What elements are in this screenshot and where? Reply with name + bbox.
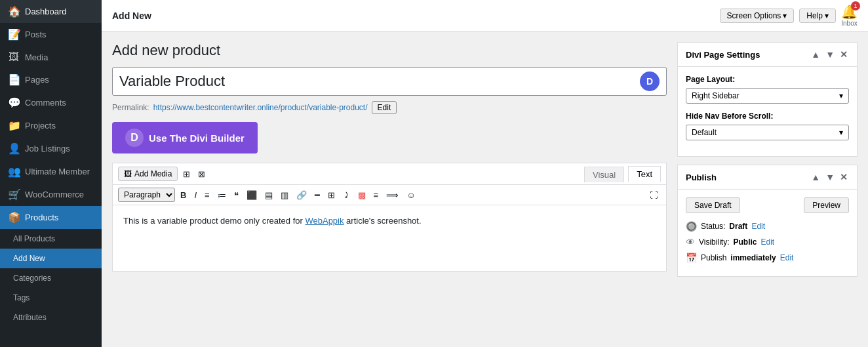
status-value: Draft <box>729 222 747 231</box>
sidebar-item-projects[interactable]: 📁 Projects <box>0 114 102 137</box>
sidebar-item-attributes[interactable]: Attributes <box>0 308 102 327</box>
hide-nav-field: Hide Nav Before Scroll: Default ▾ <box>686 112 849 140</box>
divi-builder-button[interactable]: D Use The Divi Builder <box>112 122 258 153</box>
divi-settings-body: Page Layout: Right Sidebar ▾ Hide Nav Be… <box>678 67 857 156</box>
publish-actions: Save Draft Preview <box>686 197 849 213</box>
horizontal-rule-button[interactable]: ━ <box>312 189 323 201</box>
close-publish-button[interactable]: ✕ <box>838 171 849 184</box>
sidebar-item-comments[interactable]: 💬 Comments <box>0 91 102 114</box>
sidebar-item-dashboard[interactable]: 🏠 Dashboard <box>0 0 102 23</box>
save-draft-button[interactable]: Save Draft <box>686 197 740 213</box>
products-icon: 📦 <box>8 211 20 224</box>
screen-options-button[interactable]: Screen Options ▾ <box>720 9 795 23</box>
add-media-label: Add Media <box>134 169 172 178</box>
permalink-url[interactable]: https://www.bestcontentwriter.online/pro… <box>153 103 368 112</box>
status-edit-link[interactable]: Edit <box>751 222 765 231</box>
sidebar-item-posts[interactable]: 📝 Posts <box>0 23 102 46</box>
sidebar-item-add-new[interactable]: Add New <box>0 249 102 268</box>
topbar: Add New Screen Options ▾ Help ▾ 🔔 1 Inbo… <box>102 0 868 31</box>
toggle-distraction-free-button[interactable]: ⊠ <box>195 168 208 180</box>
topbar-title: Add New <box>112 10 151 21</box>
indent-button[interactable]: ⟹ <box>384 189 401 201</box>
product-title-input[interactable] <box>119 73 640 90</box>
close-divi-settings-button[interactable]: ✕ <box>838 48 849 61</box>
align-left-button[interactable]: ⬛ <box>244 189 260 201</box>
sidebar-item-ultimate-member[interactable]: 👥 Ultimate Member <box>0 160 102 183</box>
ordered-list-button[interactable]: ≔ <box>215 189 229 201</box>
sidebar-item-pages[interactable]: 📄 Pages <box>0 68 102 91</box>
content-area: Add new product D Permalink: https://www… <box>102 31 868 347</box>
blockquote-button[interactable]: ❝ <box>231 189 241 201</box>
link-button[interactable]: 🔗 <box>294 189 309 201</box>
sidebar-item-tags[interactable]: Tags <box>0 288 102 308</box>
divi-page-settings-box: Divi Page Settings ▲ ▼ ✕ Page Layout: Ri… <box>677 42 858 157</box>
tab-text[interactable]: Text <box>628 166 661 182</box>
webappik-link[interactable]: WebAppik <box>305 216 344 226</box>
permalink-label: Permalink: <box>112 103 149 112</box>
fullscreen-button[interactable]: ⛶ <box>647 189 661 201</box>
publish-time-value: immediately <box>730 253 776 262</box>
publish-controls: ▲ ▼ ✕ <box>810 171 849 184</box>
add-media-icon: 🖼 <box>124 169 132 178</box>
editor-toolbar: Paragraph B I ≡ ≔ ❝ ⬛ ▤ ▥ 🔗 ━ ⊞ ⤸ ▩ ≡ <box>113 185 666 205</box>
status-label: Status: <box>701 222 725 231</box>
sidebar-item-all-products[interactable]: All Products <box>0 229 102 249</box>
help-label: Help <box>806 11 823 20</box>
inbox-button[interactable]: 🔔 1 Inbox <box>841 4 858 27</box>
align-right-button[interactable]: ▥ <box>278 189 291 201</box>
sidebar-item-woocommerce[interactable]: 🛒 WooCommerce <box>0 183 102 206</box>
format-select[interactable]: Paragraph <box>118 188 175 202</box>
divi-builder-icon: D <box>125 129 144 147</box>
unordered-list-button[interactable]: ≡ <box>202 189 212 201</box>
visibility-value: Public <box>733 237 757 247</box>
preview-button[interactable]: Preview <box>804 197 849 213</box>
pages-icon: 📄 <box>8 73 20 86</box>
page-layout-label: Page Layout: <box>686 75 849 84</box>
projects-icon: 📁 <box>8 119 20 132</box>
align-center-button[interactable]: ▤ <box>262 189 275 201</box>
permalink-edit-button[interactable]: Edit <box>372 101 397 114</box>
visibility-edit-link[interactable]: Edit <box>760 237 774 247</box>
dashboard-icon: 🏠 <box>8 5 20 18</box>
hide-nav-select[interactable]: Default ▾ <box>686 125 849 140</box>
sidebar-item-media[interactable]: 🖼 Media <box>0 46 102 68</box>
sidebar-item-label: Tags <box>13 293 30 302</box>
page-layout-select[interactable]: Right Sidebar ▾ <box>686 88 849 104</box>
divi-logo-icon: D <box>640 71 660 91</box>
collapse-publish-up-button[interactable]: ▲ <box>810 171 821 184</box>
visibility-label: Visibility: <box>699 237 729 247</box>
read-more-button[interactable]: ⤸ <box>340 189 353 201</box>
text-color-button[interactable]: ≡ <box>371 189 382 201</box>
help-button[interactable]: Help ▾ <box>799 9 836 23</box>
collapse-up-button[interactable]: ▲ <box>810 48 821 61</box>
ultimate-member-icon: 👥 <box>8 165 20 178</box>
comments-icon: 💬 <box>8 96 20 109</box>
tab-visual[interactable]: Visual <box>584 167 624 182</box>
color-button[interactable]: ▩ <box>355 189 368 201</box>
publish-body: Save Draft Preview 🔘 Status: Draft Edit … <box>678 190 857 276</box>
collapse-down-button[interactable]: ▼ <box>824 48 836 61</box>
sidebar-item-job-listings[interactable]: 👤 Job Listings <box>0 137 102 160</box>
bold-button[interactable]: B <box>178 189 189 201</box>
add-media-button[interactable]: 🖼 Add Media <box>118 167 178 181</box>
toggle-grid-button[interactable]: ⊞ <box>180 168 193 180</box>
sidebar: 🏠 Dashboard 📝 Posts 🖼 Media 📄 Pages 💬 Co… <box>0 0 102 347</box>
publish-time-edit-link[interactable]: Edit <box>780 253 794 262</box>
inbox-badge: 1 <box>851 1 860 10</box>
page-layout-value: Right Sidebar <box>692 91 740 100</box>
status-icon: 🔘 <box>686 221 697 232</box>
sidebar-item-label: Pages <box>25 75 49 85</box>
editor-controls-row: 🖼 Add Media ⊞ ⊠ Visual Text <box>113 163 666 185</box>
editor-body[interactable]: This is a variable product demo only cre… <box>113 205 666 271</box>
collapse-publish-down-button[interactable]: ▼ <box>824 171 836 184</box>
publish-title: Publish <box>686 173 717 182</box>
sidebar-item-categories[interactable]: Categories <box>0 268 102 288</box>
sidebar-item-label: Categories <box>13 274 51 283</box>
sidebar-item-products[interactable]: 📦 Products <box>0 206 102 229</box>
italic-button[interactable]: I <box>191 189 199 201</box>
hide-nav-chevron-icon: ▾ <box>839 128 843 137</box>
posts-icon: 📝 <box>8 28 20 41</box>
table-button[interactable]: ⊞ <box>325 189 338 201</box>
emoji-button[interactable]: ☺ <box>404 189 418 201</box>
screen-options-label: Screen Options <box>727 11 781 20</box>
